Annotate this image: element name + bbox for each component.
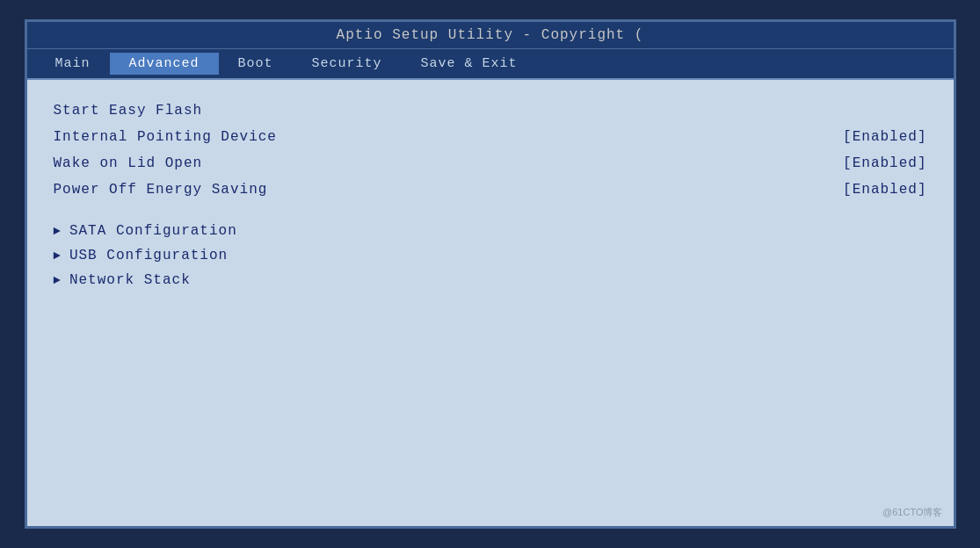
sata-configuration-item[interactable]: ► SATA Configuration	[54, 219, 927, 243]
internal-pointing-device-value: [Enabled]	[843, 129, 926, 145]
network-arrow-icon: ►	[54, 273, 61, 287]
power-off-energy-saving-label: Power Off Energy Saving	[54, 182, 268, 198]
start-easy-flash-label: Start Easy Flash	[54, 103, 203, 119]
power-off-energy-saving-item[interactable]: Power Off Energy Saving [Enabled]	[54, 177, 927, 203]
nav-main[interactable]: Main	[36, 53, 110, 75]
content-area: Start Easy Flash Internal Pointing Devic…	[27, 80, 954, 526]
power-off-energy-saving-value: [Enabled]	[843, 182, 926, 198]
nav-save-exit[interactable]: Save & Exit	[402, 53, 537, 75]
nav-bar: Main Advanced Boot Security Save & Exit	[27, 49, 954, 80]
usb-configuration-item[interactable]: ► USB Configuration	[54, 243, 927, 268]
nav-security[interactable]: Security	[293, 53, 402, 75]
nav-advanced[interactable]: Advanced	[110, 53, 219, 75]
internal-pointing-device-item[interactable]: Internal Pointing Device [Enabled]	[54, 124, 927, 150]
usb-arrow-icon: ►	[54, 249, 61, 263]
wake-on-lid-open-value: [Enabled]	[843, 155, 926, 171]
wake-on-lid-open-label: Wake on Lid Open	[54, 155, 203, 171]
section-gap	[54, 203, 927, 219]
usb-configuration-label: USB Configuration	[69, 248, 228, 263]
title-bar: Aptio Setup Utility - Copyright (	[27, 22, 954, 49]
watermark: @61CTO博客	[882, 506, 942, 519]
title-text: Aptio Setup Utility - Copyright (	[337, 27, 644, 43]
internal-pointing-device-label: Internal Pointing Device	[54, 129, 277, 145]
network-stack-item[interactable]: ► Network Stack	[54, 268, 927, 292]
sata-arrow-icon: ►	[54, 224, 61, 238]
network-stack-label: Network Stack	[69, 272, 191, 288]
sata-configuration-label: SATA Configuration	[69, 223, 237, 239]
wake-on-lid-open-item[interactable]: Wake on Lid Open [Enabled]	[54, 150, 927, 177]
bios-screen: Aptio Setup Utility - Copyright ( Main A…	[25, 19, 956, 529]
nav-boot[interactable]: Boot	[219, 53, 293, 75]
start-easy-flash-item[interactable]: Start Easy Flash	[54, 97, 927, 124]
